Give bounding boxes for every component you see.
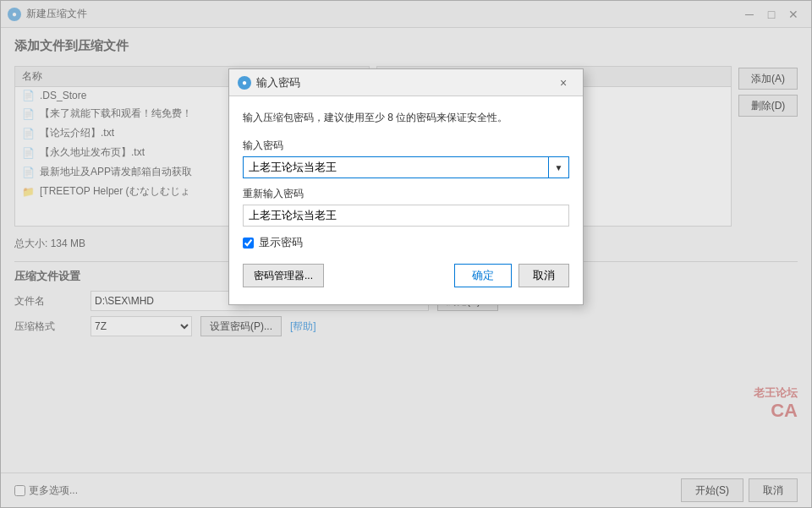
confirm-password-input[interactable] xyxy=(243,205,569,227)
password-input-row: ▼ xyxy=(243,156,569,178)
password-dialog: ● 输入密码 × 输入压缩包密码，建议使用至少 8 位的密码来保证安全性。 输入… xyxy=(228,68,584,305)
main-window: ● 新建压缩文件 ─ □ ✕ 添加文件到压缩文件 名称 📄 .DS_Stor xyxy=(0,0,812,508)
dialog-ok-button[interactable]: 确定 xyxy=(454,264,512,287)
password-input[interactable] xyxy=(243,156,549,178)
show-password-label: 显示密码 xyxy=(259,235,303,250)
dialog-title-bar: ● 输入密码 × xyxy=(229,69,583,96)
dialog-title-left: ● 输入密码 xyxy=(238,75,300,90)
password-dropdown-button[interactable]: ▼ xyxy=(549,156,569,178)
password-manager-button[interactable]: 密码管理器... xyxy=(243,264,324,287)
dialog-bottom-buttons: 密码管理器... 确定 取消 xyxy=(243,264,569,291)
show-password-checkbox[interactable] xyxy=(243,238,254,249)
dialog-cancel-button[interactable]: 取消 xyxy=(518,264,569,287)
dialog-description: 输入压缩包密码，建议使用至少 8 位的密码来保证安全性。 xyxy=(243,110,569,125)
dialog-content: 输入压缩包密码，建议使用至少 8 位的密码来保证安全性。 输入密码 ▼ 重新输入… xyxy=(229,96,583,304)
show-password-row: 显示密码 xyxy=(243,235,569,250)
password-field-label: 输入密码 xyxy=(243,139,569,153)
dialog-title: 输入密码 xyxy=(256,75,300,90)
dialog-icon: ● xyxy=(238,76,251,90)
dialog-confirm-buttons: 确定 取消 xyxy=(454,264,569,287)
dialog-close-button[interactable]: × xyxy=(552,74,574,92)
confirm-field-label: 重新输入密码 xyxy=(243,187,569,201)
